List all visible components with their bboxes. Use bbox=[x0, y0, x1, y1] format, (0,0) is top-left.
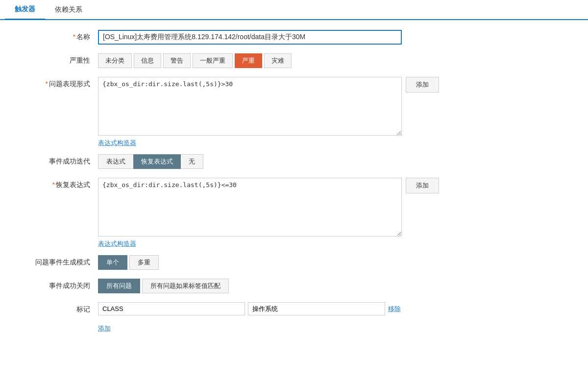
problem-expr-content: {zbx_os_dir:dir.size.last(,5s)}>30 添加 bbox=[98, 77, 568, 136]
severity-high[interactable]: 严重 bbox=[235, 53, 262, 68]
recovery-expr-content: {zbx_os_dir:dir.size.last(,5s)}<=30 添加 bbox=[98, 178, 568, 237]
severity-average[interactable]: 一般严重 bbox=[193, 53, 233, 68]
mode-multiple[interactable]: 多重 bbox=[129, 255, 159, 270]
event-close-row: 事件成功关闭 所有问题 所有问题如果标签值匹配 bbox=[20, 279, 568, 293]
tab-bar: 触发器 依赖关系 bbox=[0, 0, 588, 20]
event-success-toggle-group: 表达式 恢复表达式 无 bbox=[98, 154, 203, 169]
form-container: *名称 严重性 未分类 信息 警告 一般严重 严重 灾难 *问题表现形式 {zb… bbox=[0, 20, 588, 352]
add-tag-row: 添加 bbox=[20, 324, 568, 333]
severity-disaster[interactable]: 灾难 bbox=[264, 53, 292, 68]
severity-unclassified[interactable]: 未分类 bbox=[98, 53, 132, 68]
close-all[interactable]: 所有问题 bbox=[98, 279, 140, 293]
tab-trigger[interactable]: 触发器 bbox=[5, 0, 45, 20]
expr-builder-link[interactable]: 表达式构造器 bbox=[98, 139, 136, 147]
tag-row: 标记 移除 bbox=[20, 302, 568, 315]
severity-buttons: 未分类 信息 警告 一般严重 严重 灾难 bbox=[98, 53, 568, 68]
name-required-mark: * bbox=[73, 33, 75, 41]
name-field-container bbox=[98, 30, 568, 45]
problem-mode-content: 单个 多重 bbox=[98, 255, 568, 270]
name-label: *名称 bbox=[20, 30, 98, 42]
problem-expr-textarea[interactable]: {zbx_os_dir:dir.size.last(,5s)}>30 bbox=[98, 77, 402, 136]
severity-warning[interactable]: 警告 bbox=[163, 53, 191, 68]
problem-mode-row: 问题事件生成模式 单个 多重 bbox=[20, 255, 568, 270]
severity-row: 严重性 未分类 信息 警告 一般严重 严重 灾难 bbox=[20, 53, 568, 68]
recovery-expr-required-mark: * bbox=[52, 181, 55, 189]
event-success-none[interactable]: 无 bbox=[181, 154, 203, 169]
recovery-expr-label: *恢复表达式 bbox=[20, 178, 98, 190]
tag-value-input[interactable] bbox=[248, 302, 385, 315]
name-row: *名称 bbox=[20, 30, 568, 45]
recovery-expr-builder-row: 表达式构造器 bbox=[20, 239, 568, 248]
event-success-label: 事件成功迭代 bbox=[20, 154, 98, 166]
add-tag-link[interactable]: 添加 bbox=[98, 324, 111, 333]
problem-mode-label: 问题事件生成模式 bbox=[20, 255, 98, 267]
recovery-expr-add-button[interactable]: 添加 bbox=[406, 178, 439, 193]
event-success-toggle: 表达式 恢复表达式 无 bbox=[98, 154, 568, 169]
tag-content: 移除 bbox=[98, 302, 568, 315]
event-close-content: 所有问题 所有问题如果标签值匹配 bbox=[98, 279, 568, 293]
recovery-expr-with-btn: {zbx_os_dir:dir.size.last(,5s)}<=30 添加 bbox=[98, 178, 439, 237]
recovery-expr-row: *恢复表达式 {zbx_os_dir:dir.size.last(,5s)}<=… bbox=[20, 178, 568, 237]
severity-label: 严重性 bbox=[20, 53, 98, 65]
tab-dependency[interactable]: 依赖关系 bbox=[45, 0, 92, 19]
mode-single[interactable]: 单个 bbox=[98, 255, 127, 270]
event-close-label: 事件成功关闭 bbox=[20, 279, 98, 290]
problem-expr-with-btn: {zbx_os_dir:dir.size.last(,5s)}>30 添加 bbox=[98, 77, 439, 136]
event-success-row: 事件成功迭代 表达式 恢复表达式 无 bbox=[20, 154, 568, 169]
close-tag-match[interactable]: 所有问题如果标签值匹配 bbox=[142, 279, 229, 293]
event-success-expression[interactable]: 表达式 bbox=[98, 154, 133, 169]
recovery-expr-builder-link[interactable]: 表达式构造器 bbox=[98, 239, 136, 248]
problem-expr-label: *问题表现形式 bbox=[20, 77, 98, 89]
tag-name-input[interactable] bbox=[98, 302, 245, 315]
expr-builder-row: 表达式构造器 bbox=[20, 139, 568, 147]
tag-item: 移除 bbox=[98, 302, 401, 315]
severity-info[interactable]: 信息 bbox=[134, 53, 161, 68]
event-success-recovery[interactable]: 恢复表达式 bbox=[133, 154, 181, 169]
tag-label: 标记 bbox=[20, 302, 98, 314]
problem-expr-required-mark: * bbox=[46, 80, 48, 88]
tag-remove-button[interactable]: 移除 bbox=[388, 305, 401, 313]
name-input[interactable] bbox=[98, 30, 402, 45]
problem-expr-add-button[interactable]: 添加 bbox=[406, 77, 439, 93]
problem-expr-row: *问题表现形式 {zbx_os_dir:dir.size.last(,5s)}>… bbox=[20, 77, 568, 136]
recovery-expr-textarea[interactable]: {zbx_os_dir:dir.size.last(,5s)}<=30 bbox=[98, 178, 402, 237]
